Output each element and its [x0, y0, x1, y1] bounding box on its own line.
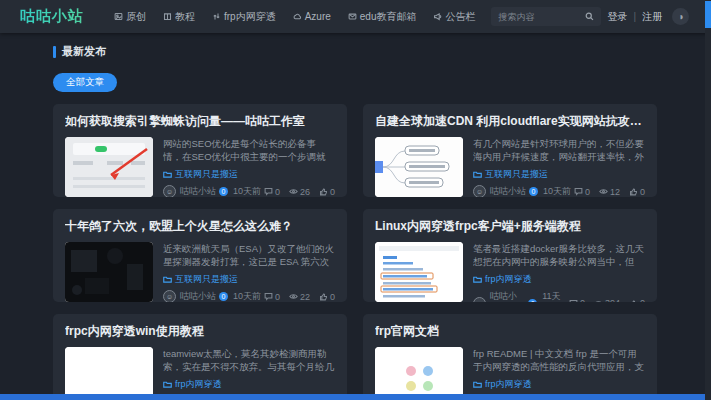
nav-item-label: edu教育邮箱	[360, 10, 417, 24]
author-level-badge: 0	[529, 187, 538, 196]
main-nav: 原创教程frp内网穿透Azureedu教育邮箱公告栏	[114, 10, 475, 24]
category-tag[interactable]: 互联网只是搬运	[473, 168, 645, 181]
register-link[interactable]: 注册	[642, 10, 662, 24]
author-avatar[interactable]: ☺	[473, 185, 486, 197]
nav-item-label: 公告栏	[445, 10, 475, 24]
article-thumbnail[interactable]	[65, 137, 153, 197]
nav-item-5[interactable]: edu教育邮箱	[348, 10, 417, 24]
author-level-badge: 0	[219, 187, 228, 196]
article-title[interactable]: frp官网文档	[375, 323, 645, 340]
article-thumbnail[interactable]	[375, 242, 463, 302]
article-grid: 如何获取搜索引擎蜘蛛访问量——咕咕工作室 网站的SEO优化是每个站长的必备事情，…	[53, 104, 657, 400]
views-stat: 12	[599, 187, 620, 197]
eye-icon	[289, 187, 298, 196]
views-stat: 394	[594, 298, 620, 302]
publish-date: 10天前	[233, 185, 261, 197]
comments-stat: 0	[574, 187, 590, 197]
views-count: 26	[300, 187, 310, 197]
article-thumbnail[interactable]	[375, 137, 463, 197]
article-body: 近来欧洲航天局（ESA）又改了他们的火星探测器发射打算，这已是 ESA 第六次推…	[65, 242, 335, 302]
image-icon	[114, 12, 123, 21]
nav-item-1[interactable]: 原创	[114, 10, 146, 24]
views-count: 394	[605, 298, 620, 302]
article-title[interactable]: 十年鸽了六次，欧盟上个火星怎么这么难？	[65, 218, 335, 235]
article-body: 笔者最近搭建docker服务比较多，这几天想把在内网中的服务映射公网当中，但do…	[375, 242, 645, 302]
author-avatar[interactable]: ☺	[473, 297, 486, 303]
section-header: 最新发布	[53, 44, 657, 59]
comment-icon	[264, 187, 273, 196]
article-thumbnail[interactable]	[375, 347, 463, 400]
article-stats: 0 394 0	[569, 298, 645, 302]
article-card[interactable]: 十年鸽了六次，欧盟上个火星怎么这么难？ 近来欧洲航天局（ESA）又改了他们的火星…	[53, 209, 347, 302]
megaphone-icon	[433, 12, 442, 21]
likes-stat: 0	[629, 298, 645, 302]
article-title[interactable]: frpc内网穿透win使用教程	[65, 323, 335, 340]
main-content: 最新发布 全部文章 如何获取搜索引擎蜘蛛访问量——咕咕工作室 网站的SEO优化是…	[0, 33, 711, 400]
category-tag-label: 互联网只是搬运	[175, 168, 238, 181]
header: 咕咕小站 原创教程frp内网穿透Azureedu教育邮箱公告栏 登录 | 注册 …	[0, 0, 711, 33]
category-tag[interactable]: 互联网只是搬运	[163, 273, 335, 286]
article-excerpt: teamview太黑心，莫名其妙检测商用勒索，实在是不得不放弃。与其每个月给几百…	[163, 347, 335, 374]
article-card[interactable]: Linux内网穿透frpc客户端+服务端教程 笔者最近搭建docker服务比较多…	[363, 209, 657, 302]
article-thumbnail[interactable]	[65, 347, 153, 400]
category-tag[interactable]: 互联网只是搬运	[163, 168, 335, 181]
article-body: 网站的SEO优化是每个站长的必备事情，在SEO优化中很主要的一个步调就是查询蜘蛛…	[65, 137, 335, 197]
scrollbar-thumb[interactable]	[705, 1, 711, 28]
article-title[interactable]: 如何获取搜索引擎蜘蛛访问量——咕咕工作室	[65, 113, 335, 130]
auth-divider: |	[633, 11, 636, 22]
author-name[interactable]: 咕咕小站	[490, 290, 525, 302]
article-meta: ☺ 咕咕小站 0 10天前 0 22	[163, 290, 335, 302]
article-card[interactable]: frpc内网穿透win使用教程 teamview太黑心，莫名其妙检测商用勒索，实…	[53, 314, 347, 400]
search-input[interactable]	[498, 12, 585, 22]
thumbs-up-icon	[319, 187, 328, 196]
views-count: 12	[610, 187, 620, 197]
likes-count: 0	[330, 187, 335, 197]
search-icon	[585, 12, 594, 21]
moon-icon: ◑	[677, 12, 683, 22]
category-tag[interactable]: frp内网穿透	[473, 378, 645, 391]
all-posts-button[interactable]: 全部文章	[53, 73, 117, 92]
scrollbar[interactable]	[705, 0, 711, 400]
nav-item-3[interactable]: frp内网穿透	[212, 10, 276, 24]
article-title[interactable]: Linux内网穿透frpc客户端+服务端教程	[375, 218, 645, 235]
article-body: teamview太黑心，莫名其妙检测商用勒索，实在是不得不放弃。与其每个月给几百…	[65, 347, 335, 400]
publish-date: 10天前	[233, 290, 261, 302]
article-excerpt: 有几个网站是针对环球用户的，不但必要海内用户拜候速度，网站翻开速率快，外洋用户一…	[473, 137, 645, 164]
category-tag[interactable]: frp内网穿透	[473, 273, 645, 286]
article-stats: 0 26 0	[264, 187, 335, 197]
login-link[interactable]: 登录	[607, 10, 627, 24]
comment-icon	[264, 292, 273, 301]
author-avatar[interactable]: ☺	[163, 185, 176, 197]
article-thumbnail[interactable]	[65, 242, 153, 302]
author-name[interactable]: 咕咕小站	[180, 185, 216, 197]
folder-icon	[473, 170, 482, 179]
site-logo[interactable]: 咕咕小站	[20, 7, 84, 26]
folder-icon	[473, 275, 482, 284]
category-tag-label: 互联网只是搬运	[485, 168, 548, 181]
mail-icon	[348, 12, 357, 21]
nav-item-2[interactable]: 教程	[163, 10, 195, 24]
article-card[interactable]: 自建全球加速CDN 利用cloudflare实现网站抗攻击的建设方案——… 有几…	[363, 104, 657, 197]
nav-item-label: 教程	[175, 10, 195, 24]
article-card[interactable]: 如何获取搜索引擎蜘蛛访问量——咕咕工作室 网站的SEO优化是每个站长的必备事情，…	[53, 104, 347, 197]
article-card[interactable]: frp官网文档 frp README | 中文文档 frp 是一个可用于内网穿透…	[363, 314, 657, 400]
views-stat: 26	[289, 187, 310, 197]
nav-item-6[interactable]: 公告栏	[433, 10, 475, 24]
thumbs-up-icon	[319, 292, 328, 301]
nav-item-label: frp内网穿透	[224, 10, 276, 24]
theme-toggle-button[interactable]: ◑	[672, 8, 689, 25]
author-name[interactable]: 咕咕小站	[490, 185, 526, 197]
article-title[interactable]: 自建全球加速CDN 利用cloudflare实现网站抗攻击的建设方案——…	[375, 113, 645, 130]
comment-icon	[574, 187, 583, 196]
author-avatar[interactable]: ☺	[163, 290, 176, 302]
page: 咕咕小站 原创教程frp内网穿透Azureedu教育邮箱公告栏 登录 | 注册 …	[0, 0, 711, 400]
folder-icon	[473, 380, 482, 389]
folder-icon	[163, 380, 172, 389]
nav-item-label: Azure	[305, 11, 331, 22]
thumbs-up-icon	[629, 187, 638, 196]
category-tag[interactable]: frp内网穿透	[163, 378, 335, 391]
nav-item-4[interactable]: Azure	[293, 11, 331, 22]
article-stats: 0 22 0	[264, 292, 335, 302]
comments-count: 0	[580, 298, 585, 302]
author-name[interactable]: 咕咕小站	[180, 290, 216, 302]
